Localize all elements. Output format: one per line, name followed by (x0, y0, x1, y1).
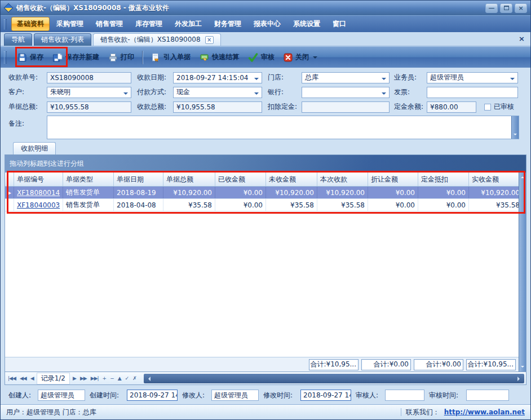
doc-tab-3[interactable]: 销售收款-（编辑）XS18090008× (93, 33, 220, 46)
menu-item-4[interactable]: 库存管理 (130, 17, 168, 31)
nav-insert-button[interactable]: + (103, 375, 107, 381)
remark-scrollbar[interactable] (511, 116, 519, 139)
doc-tab-2[interactable]: 销售收款-列表 (34, 33, 91, 46)
menu-item-3[interactable]: 销售管理 (90, 17, 129, 31)
doc-tab-label: 销售收款-（编辑）XS18090008 (100, 35, 200, 45)
receipt-total-field[interactable]: ¥10,955.58 (173, 101, 262, 113)
nav-cancel-button[interactable]: ✗ (132, 375, 136, 381)
record-navigator-row: |◀◀◀◀◀ 记录1/2 ▶▶▶▶▶|+−▲✓✗ (5, 372, 526, 384)
menu-item-7[interactable]: 报表中心 (248, 17, 286, 31)
toolbar-separator (142, 51, 143, 64)
menu-item-1[interactable]: 基础资料 (11, 17, 50, 31)
column-header-7[interactable]: 本次收款 (317, 173, 368, 186)
payment-method-combo[interactable]: 现金 (173, 87, 262, 98)
dropdown-arrow-icon[interactable] (382, 78, 386, 82)
dropdown-arrow-icon[interactable] (254, 78, 259, 82)
status-right: 联系我们： http://www.aolan.net (401, 408, 525, 417)
menu-item-6[interactable]: 财务管理 (209, 17, 247, 31)
doc-no-link[interactable]: XF18040003 (14, 199, 63, 211)
nav-prev-button[interactable]: ◀ (30, 375, 34, 381)
nav-first-button[interactable]: |◀◀ (8, 375, 16, 381)
minimize-button[interactable]: — (485, 3, 498, 13)
audited-checkbox[interactable] (484, 104, 491, 110)
menu-items: 基础资料采购管理销售管理库存管理外发加工财务管理报表中心系统设置窗口 (11, 17, 352, 31)
column-header-2[interactable]: 单据类型 (63, 173, 114, 186)
doc-no-link[interactable]: XF18080014 (14, 187, 63, 198)
doc-total-field[interactable]: ¥10,955.58 (47, 101, 131, 113)
column-header-5[interactable]: 已收金额 (215, 173, 266, 186)
customer-combo[interactable]: 朱晓明 (47, 87, 131, 98)
horizontal-scrollbar[interactable] (144, 374, 524, 383)
toolbar-grip-icon (4, 19, 7, 29)
nav-prev-page-button[interactable]: ◀◀ (20, 375, 26, 381)
menu-item-8[interactable]: 系统设置 (287, 17, 326, 31)
column-header-9[interactable]: 定金抵扣 (418, 173, 469, 186)
nav-next-button[interactable]: ▶ (73, 375, 76, 381)
deposit-balance-field[interactable]: ¥880.00 (427, 101, 476, 113)
column-header-10[interactable]: 实收金额 (469, 173, 523, 186)
creator-value: 超级管理员 (41, 391, 74, 400)
salesman-combo[interactable]: 超级管理员 (427, 72, 518, 83)
tab-close-icon[interactable]: × (205, 36, 214, 44)
app-logo-icon (4, 3, 14, 13)
menu-item-9[interactable]: 窗口 (327, 17, 352, 31)
floppy-disk-icon (17, 53, 27, 62)
group-by-bar[interactable]: 拖动列标题到这进行分组 (5, 155, 526, 173)
nav-post-button[interactable]: ✓ (125, 375, 129, 381)
tab-receipt-detail[interactable]: 收款明细 (13, 142, 56, 154)
deduct-deposit-field[interactable] (302, 101, 390, 113)
modify-time-value: 2018-09-27 14 (303, 391, 351, 399)
table-cell: ¥0.00 (368, 199, 418, 211)
column-header-4[interactable]: 单据总额 (163, 173, 215, 186)
dropdown-arrow-icon[interactable] (382, 92, 386, 97)
doc-total-label: 单据总额: (8, 102, 47, 112)
nav-edit-button[interactable]: ▲ (118, 375, 121, 381)
nav-next-page-button[interactable]: ▶▶ (80, 375, 87, 381)
invoice-field[interactable] (427, 87, 518, 98)
modify-time-field: 2018-09-27 14 (300, 390, 351, 401)
customer-value: 朱晓明 (50, 87, 70, 97)
close-dropdown-caret-icon[interactable] (313, 56, 317, 61)
table-row[interactable]: ▶XF18080014销售发货单2018-08-19¥10,920.00¥0.0… (5, 187, 519, 199)
nav-last-button[interactable]: ▶▶| (91, 375, 99, 381)
column-header-6[interactable]: 未收金额 (266, 173, 317, 186)
receipt-date-combo[interactable]: 2018-09-27 14:15:04 (173, 72, 262, 83)
tab-receipt-detail-label: 收款明细 (21, 144, 48, 153)
menu-item-2[interactable]: 采购管理 (51, 17, 89, 31)
column-header-8[interactable]: 折让金额 (368, 173, 418, 186)
save-and-new-button[interactable]: 保存并新建 (48, 50, 103, 64)
nav-delete-button[interactable]: − (110, 375, 114, 381)
record-count-label: 记录1/2 (37, 373, 70, 384)
maximize-button[interactable] (500, 3, 512, 13)
print-button[interactable]: 打印 (104, 50, 138, 64)
maximize-icon (504, 6, 509, 10)
menu-item-5[interactable]: 外发加工 (169, 17, 207, 31)
save-button-label: 保存 (30, 52, 43, 62)
save-button[interactable]: 保存 (14, 50, 47, 64)
money-hand-icon (200, 53, 209, 62)
column-header-3[interactable]: 单据日期 (114, 173, 163, 186)
audit-button[interactable]: 审核 (244, 50, 278, 64)
remark-textarea[interactable] (47, 116, 519, 139)
table-cell: 销售发货单 (63, 199, 114, 211)
dropdown-arrow-icon[interactable] (123, 92, 128, 97)
table-cell: 2018-04-08 (114, 199, 163, 211)
contact-us-label: 联系我们： (406, 408, 440, 417)
quick-settle-button[interactable]: 快速结算 (196, 50, 243, 64)
import-documents-button[interactable]: 引入单据 (147, 50, 194, 64)
close-button[interactable]: × (515, 3, 527, 13)
bank-combo[interactable] (302, 87, 390, 98)
store-combo[interactable]: 总库 (302, 72, 390, 83)
dropdown-arrow-icon[interactable] (510, 78, 515, 82)
receipt-no-field[interactable]: XS18090008 (47, 72, 131, 83)
dropdown-arrow-icon[interactable] (254, 92, 259, 97)
website-link[interactable]: http://www.aolan.net (444, 408, 525, 416)
table-row[interactable]: XF18040003销售发货单2018-04-08¥35.58¥0.00¥35.… (5, 199, 519, 211)
doc-tab-1[interactable]: 导航 (4, 33, 32, 46)
vertical-scrollbar[interactable] (519, 173, 526, 372)
close-document-button[interactable]: 关闭 (280, 50, 322, 64)
floppy-new-page-icon (52, 53, 63, 62)
doc-tabs: 导航销售收款-列表销售收款-（编辑）XS18090008× (4, 33, 223, 46)
column-header-1[interactable]: 单据编号 (14, 173, 63, 186)
tabstrip-close-icon[interactable]: × (519, 34, 525, 43)
